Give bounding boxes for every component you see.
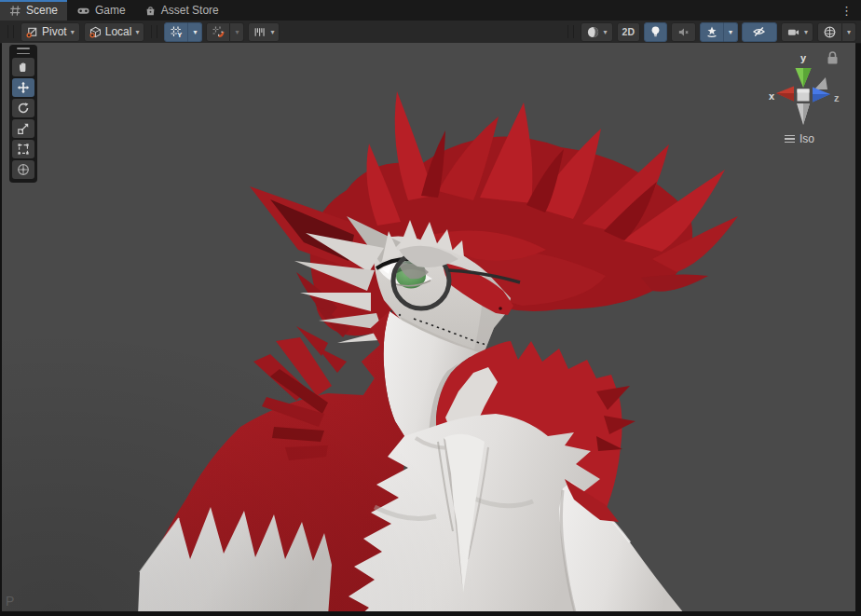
speaker-muted-icon bbox=[676, 26, 690, 38]
chevron-down-icon: ▾ bbox=[135, 29, 139, 36]
tab-overflow-menu[interactable]: ⋮ bbox=[832, 0, 861, 21]
shopping-bag-icon bbox=[144, 5, 157, 17]
draw-mode-dropdown[interactable]: ▾ bbox=[581, 22, 613, 42]
tab-scene[interactable]: Scene bbox=[0, 0, 67, 21]
2d-label: 2D bbox=[622, 26, 635, 37]
toolbar-grip bbox=[7, 25, 14, 38]
projection-toggle[interactable]: Iso bbox=[785, 132, 814, 145]
hand-tool-icon bbox=[17, 61, 30, 74]
camera-settings-dropdown[interactable]: ▾ bbox=[781, 22, 813, 42]
increment-snap-group: ▾ bbox=[206, 22, 244, 42]
orientation-gizmo: y x z Iso bbox=[766, 47, 844, 149]
tab-label: Scene bbox=[26, 4, 58, 17]
grid-snap-group: Y ▾ bbox=[164, 22, 202, 42]
tool-rect[interactable] bbox=[12, 140, 34, 158]
pivot-mode-dropdown[interactable]: Pivot ▾ bbox=[20, 22, 80, 42]
tab-label: Game bbox=[95, 4, 126, 17]
gizmos-sphere-icon bbox=[823, 25, 837, 39]
transform-tool-icon bbox=[17, 163, 30, 176]
gamepad-icon bbox=[76, 5, 90, 17]
tab-game[interactable]: Game bbox=[67, 0, 135, 21]
camera-icon bbox=[786, 26, 800, 38]
gizmo-back-cone[interactable] bbox=[814, 77, 827, 89]
increment-snap-dropdown[interactable]: ▾ bbox=[230, 22, 244, 42]
effects-toggle[interactable] bbox=[700, 22, 724, 42]
tool-scale[interactable] bbox=[12, 119, 34, 138]
eye-slash-icon bbox=[752, 25, 766, 38]
unity-editor-window: { "tabs": { "items": [ {"label": "Scene"… bbox=[0, 0, 861, 616]
move-tool-icon bbox=[17, 81, 30, 94]
snap-settings-dropdown[interactable]: ▾ bbox=[248, 22, 280, 42]
scene-grid-icon bbox=[9, 5, 21, 17]
scene-lighting-toggle[interactable] bbox=[644, 22, 667, 42]
hidden-objects-toggle[interactable] bbox=[742, 22, 777, 42]
axis-y-label: y bbox=[800, 52, 807, 63]
axis-z-label: z bbox=[834, 92, 840, 103]
viewport-vignette bbox=[2, 43, 855, 611]
chevron-down-icon: ▾ bbox=[193, 29, 197, 36]
tool-move[interactable] bbox=[12, 78, 34, 97]
handle-orientation-dropdown[interactable]: Local ▾ bbox=[84, 22, 145, 42]
tool-rotate[interactable] bbox=[12, 99, 34, 117]
lock-icon[interactable] bbox=[828, 52, 838, 64]
chevron-down-icon: ▾ bbox=[729, 29, 732, 36]
effects-sparkle-icon bbox=[705, 25, 718, 38]
light-bulb-icon bbox=[649, 25, 662, 38]
tool-hand[interactable] bbox=[12, 58, 34, 76]
grid-visibility-toggle[interactable]: Y bbox=[164, 22, 188, 42]
grid-axis-icon: Y bbox=[170, 25, 183, 38]
chevron-down-icon: ▾ bbox=[235, 29, 239, 36]
chevron-down-icon: ▾ bbox=[804, 29, 808, 36]
tool-palette bbox=[9, 45, 37, 183]
grid-visibility-dropdown[interactable]: ▾ bbox=[188, 22, 202, 42]
snap-magnet-icon bbox=[212, 25, 225, 38]
chevron-down-icon: ▾ bbox=[270, 29, 274, 36]
tab-asset-store[interactable]: Asset Store bbox=[135, 0, 228, 21]
toolbar-grip bbox=[151, 25, 157, 38]
shaded-sphere-icon bbox=[586, 25, 600, 39]
orientation-label: Local bbox=[105, 25, 132, 38]
rotate-tool-icon bbox=[17, 102, 30, 115]
scale-tool-icon bbox=[17, 122, 30, 135]
gizmos-toggle[interactable] bbox=[817, 22, 842, 42]
effects-dropdown[interactable]: ▾ bbox=[724, 22, 738, 42]
gizmos-dropdown[interactable]: ▾ bbox=[842, 22, 856, 42]
gizmos-group: ▾ bbox=[817, 22, 856, 42]
iso-menu-icon bbox=[785, 135, 795, 143]
increment-snap-toggle[interactable] bbox=[206, 22, 230, 42]
chevron-down-icon: ▾ bbox=[847, 29, 851, 36]
scene-viewport[interactable]: y x z Iso P bbox=[2, 43, 855, 611]
audio-toggle[interactable] bbox=[671, 22, 696, 42]
kebab-icon: ⋮ bbox=[840, 4, 853, 18]
axis-x-label: x bbox=[769, 90, 775, 102]
pivot-icon bbox=[26, 26, 38, 38]
toolbar-grip bbox=[567, 25, 574, 38]
pivot-label: Pivot bbox=[42, 25, 67, 38]
viewport-watermark: P bbox=[6, 594, 14, 609]
tab-label: Asset Store bbox=[161, 4, 219, 17]
chevron-down-icon: ▾ bbox=[71, 29, 75, 36]
effects-group: ▾ bbox=[700, 22, 738, 42]
cube-local-icon bbox=[89, 26, 102, 38]
svg-text:Y: Y bbox=[178, 31, 183, 38]
snap-increment-ruler-icon bbox=[253, 26, 266, 38]
projection-label: Iso bbox=[800, 132, 814, 145]
palette-drag-handle[interactable] bbox=[17, 48, 30, 54]
tool-transform[interactable] bbox=[12, 160, 34, 179]
rect-tool-icon bbox=[17, 143, 30, 156]
editor-tab-bar: Scene Game Asset Store ⋮ bbox=[0, 0, 861, 21]
chevron-down-icon: ▾ bbox=[604, 29, 608, 36]
scene-view-toolbar: Pivot ▾ Local ▾ Y ▾ bbox=[0, 21, 861, 44]
2d-mode-toggle[interactable]: 2D bbox=[617, 22, 640, 42]
character-3d-render bbox=[2, 43, 855, 611]
